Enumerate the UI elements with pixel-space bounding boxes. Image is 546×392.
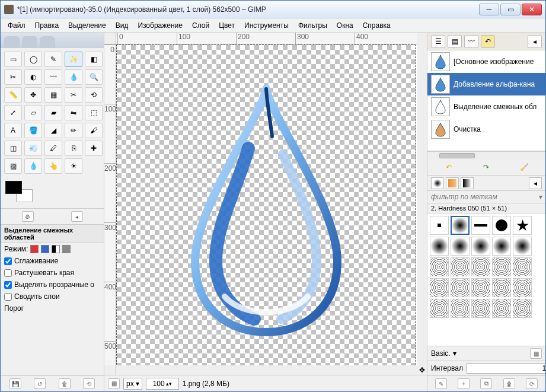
tool-crop[interactable]: ✂: [65, 87, 82, 103]
history-item[interactable]: [Основное изображение: [427, 50, 545, 73]
brush-item[interactable]: [471, 278, 490, 297]
tool-foreground-select[interactable]: ◐: [24, 69, 42, 85]
brush-item[interactable]: [513, 278, 532, 297]
undo-icon[interactable]: ↶: [443, 162, 455, 173]
close-button[interactable]: ✕: [522, 4, 542, 15]
transparent-checkbox[interactable]: [4, 281, 12, 289]
tool-dodge[interactable]: ☀: [65, 158, 82, 174]
mode-add[interactable]: [41, 245, 49, 253]
menu-инструменты[interactable]: Инструменты: [240, 20, 293, 31]
tab-paths[interactable]: 〰: [464, 35, 478, 48]
tool-clone[interactable]: ⎘: [65, 141, 82, 156]
tool-rect-select[interactable]: ▭: [4, 52, 22, 67]
feather-checkbox[interactable]: [4, 269, 12, 277]
brush-item[interactable]: [492, 278, 511, 297]
tab-brushes[interactable]: [431, 177, 444, 189]
tool-rotate[interactable]: ⟲: [85, 87, 103, 103]
tool-perspective-clone[interactable]: ▨: [4, 158, 22, 174]
v-scrollbar[interactable]: [417, 44, 427, 365]
tool-measure[interactable]: 📏: [4, 87, 22, 103]
menu-фильтры[interactable]: Фильтры: [293, 20, 332, 31]
brush-menu-icon[interactable]: ◂: [529, 177, 542, 189]
brush-item[interactable]: [492, 299, 511, 318]
brush-item[interactable]: [430, 299, 449, 318]
redo-icon[interactable]: ↷: [480, 162, 492, 173]
history-item[interactable]: Выделение смежных обл: [427, 95, 545, 118]
menu-справка[interactable]: Справка: [358, 20, 395, 31]
duplicate-brush-icon[interactable]: ⧉: [480, 378, 492, 389]
tool-ink[interactable]: 🖊: [44, 141, 62, 156]
brush-item[interactable]: [513, 257, 532, 276]
brush-item[interactable]: [471, 237, 490, 256]
tool-color-picker[interactable]: 💧: [65, 69, 82, 85]
tool-ellipse-select[interactable]: ◯: [24, 52, 42, 67]
tab-undo-history[interactable]: ↶: [481, 35, 495, 48]
refresh-brush-icon[interactable]: ⟳: [526, 378, 538, 389]
nav-icon[interactable]: ✥: [417, 365, 427, 375]
tool-blur[interactable]: 💧: [24, 158, 42, 174]
reset-preset-icon[interactable]: ⟲: [83, 378, 95, 389]
tool-paintbrush[interactable]: 🖌: [85, 123, 103, 138]
maximize-button[interactable]: ▭: [500, 4, 521, 15]
v-ruler[interactable]: 0100200300400500: [104, 44, 116, 365]
tool-text[interactable]: A: [4, 123, 22, 138]
tool-airbrush[interactable]: 💨: [24, 141, 42, 156]
tool-options-icon[interactable]: ⚙: [22, 211, 34, 222]
brush-view-icon[interactable]: ▦: [530, 348, 542, 359]
brush-item[interactable]: [471, 216, 490, 235]
fg-color[interactable]: [5, 181, 22, 194]
tool-blend[interactable]: ◢: [44, 123, 62, 138]
brush-item[interactable]: [492, 216, 511, 235]
tab-stub[interactable]: [40, 36, 55, 48]
brush-item[interactable]: [430, 216, 449, 235]
tool-bucket-fill[interactable]: 🪣: [24, 123, 42, 138]
tool-shear[interactable]: ▱: [24, 105, 42, 120]
brush-item[interactable]: [492, 237, 511, 256]
brush-item[interactable]: [451, 216, 470, 235]
tab-channels[interactable]: ▤: [448, 35, 462, 48]
tool-heal[interactable]: ✚: [85, 141, 103, 156]
tab-stub[interactable]: [4, 36, 20, 48]
brush-item[interactable]: ★: [513, 216, 532, 235]
tool-perspective[interactable]: ▰: [44, 105, 62, 120]
tab-gradients[interactable]: [461, 177, 474, 189]
tab-menu-icon[interactable]: ◂: [528, 35, 542, 48]
menu-окна[interactable]: Окна: [332, 20, 358, 31]
zoom-spinner[interactable]: 100▴▾: [146, 378, 179, 390]
delete-preset-icon[interactable]: 🗑: [59, 378, 71, 389]
tool-zoom[interactable]: 🔍: [85, 69, 103, 85]
menu-вид[interactable]: Вид: [111, 20, 133, 31]
brush-item[interactable]: [430, 237, 449, 256]
mode-subtract[interactable]: [52, 245, 60, 253]
interval-input[interactable]: [467, 363, 545, 374]
menu-слой[interactable]: Слой: [187, 20, 214, 31]
brush-item[interactable]: [471, 257, 490, 276]
tool-paths[interactable]: 〰: [44, 69, 62, 85]
tab-stub[interactable]: [22, 36, 37, 48]
new-brush-icon[interactable]: ＋: [458, 378, 470, 389]
brush-item[interactable]: [430, 257, 449, 276]
menu-файл[interactable]: Файл: [3, 20, 30, 31]
save-preset-icon[interactable]: 💾: [9, 378, 21, 389]
tab-patterns[interactable]: [446, 177, 459, 189]
tool-color-select[interactable]: ◧: [85, 52, 103, 67]
feather-option[interactable]: Растушевать края: [1, 267, 104, 279]
brush-item[interactable]: [430, 278, 449, 297]
tool-scissors[interactable]: ✂: [4, 69, 22, 85]
clear-history-icon[interactable]: 🧹: [518, 162, 530, 173]
brush-item[interactable]: [492, 257, 511, 276]
quickmask-icon[interactable]: ▦: [108, 378, 120, 389]
tool-flip[interactable]: ⇋: [65, 105, 82, 120]
mode-replace[interactable]: [30, 245, 39, 253]
brush-item[interactable]: [451, 237, 470, 256]
fg-bg-swatch[interactable]: [5, 181, 34, 205]
menu-правка[interactable]: Правка: [30, 20, 64, 31]
brush-item[interactable]: [451, 257, 470, 276]
tool-smudge[interactable]: 👆: [44, 158, 62, 174]
menu-изображение[interactable]: Изображение: [133, 20, 187, 31]
tool-align[interactable]: ▦: [44, 87, 62, 103]
brush-item[interactable]: [513, 299, 532, 318]
minimize-button[interactable]: ─: [479, 4, 499, 15]
h-ruler[interactable]: 0100200300400: [116, 33, 417, 44]
tool-scale[interactable]: ⤢: [4, 105, 22, 120]
